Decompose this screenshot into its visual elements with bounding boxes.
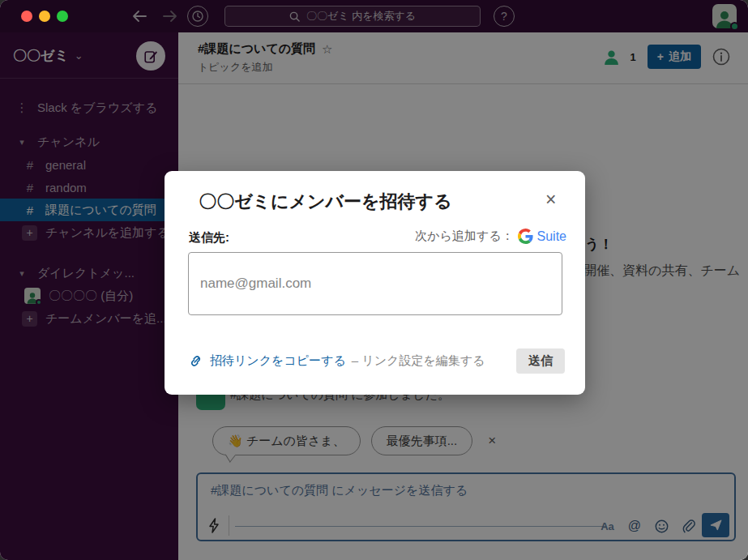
close-icon: ×	[545, 189, 556, 210]
invite-email-input[interactable]	[188, 252, 562, 315]
add-from-label: 次から追加する：	[415, 229, 513, 244]
link-icon	[189, 354, 203, 368]
edit-link-label: リンク設定を編集する	[361, 353, 485, 367]
slack-window: 〇〇ゼミ 内を検索する ? 〇〇ゼミ ⌄ ⋮ Slack をブラウズする ▾ チ…	[0, 0, 748, 560]
zoom-window-button[interactable]	[57, 11, 68, 22]
modal-close-button[interactable]: ×	[545, 190, 556, 209]
send-invite-button[interactable]: 送信	[516, 348, 565, 374]
link-separator: –	[352, 353, 358, 367]
close-window-button[interactable]	[21, 11, 32, 22]
edit-link-settings[interactable]: – リンク設定を編集する	[352, 353, 485, 369]
add-from-gsuite[interactable]: 次から追加する： Suite	[415, 229, 566, 244]
copy-invite-link-button[interactable]: 招待リンクをコピーする	[189, 353, 346, 369]
modal-footer: 招待リンクをコピーする – リンク設定を編集する 送信	[189, 348, 565, 374]
invite-members-modal: 〇〇ゼミにメンバーを招待する × 送信先: 次から追加する： Suite 招待リ…	[165, 171, 585, 395]
google-g-icon	[518, 229, 533, 244]
traffic-lights	[21, 11, 68, 22]
copy-link-label: 招待リンクをコピーする	[210, 353, 346, 369]
minimize-window-button[interactable]	[39, 11, 50, 22]
modal-title: 〇〇ゼミにメンバーを招待する	[199, 190, 452, 214]
gsuite-label: Suite	[537, 229, 566, 244]
send-to-label: 送信先:	[189, 230, 229, 246]
